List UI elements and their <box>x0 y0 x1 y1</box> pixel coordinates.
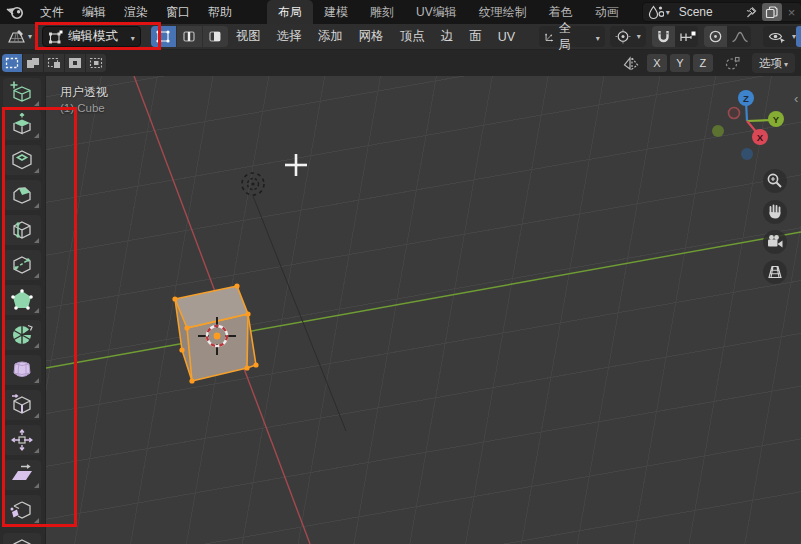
tool-poly-build[interactable] <box>3 285 41 315</box>
tab-modeling[interactable]: 建模 <box>313 0 359 24</box>
crosshair-cursor-icon <box>285 154 307 176</box>
active-object-label: (1) Cube <box>60 102 105 114</box>
menu-select[interactable]: 选择 <box>269 24 310 49</box>
menu-edge[interactable]: 边 <box>433 24 462 49</box>
menu-vertex[interactable]: 顶点 <box>392 24 433 49</box>
transform-orientation-dropdown[interactable]: 全局 <box>539 26 605 47</box>
tab-layout[interactable]: 布局 <box>267 0 313 24</box>
axis-y-line <box>46 232 801 368</box>
editor-type-icon <box>7 29 25 45</box>
select-intersect-button[interactable] <box>86 54 106 72</box>
viewport-header: 编辑模式 <box>0 24 801 50</box>
pivot-point-dropdown[interactable] <box>610 26 646 47</box>
gizmo-x-label: X <box>757 132 764 143</box>
menu-window[interactable]: 窗口 <box>157 1 199 24</box>
options-label: 选项 <box>759 56 782 71</box>
tool-bevel[interactable] <box>3 180 41 210</box>
pivot-icon <box>615 29 631 44</box>
menu-edit[interactable]: 编辑 <box>73 1 115 24</box>
menu-mesh[interactable]: 网格 <box>351 24 392 49</box>
tool-loop-cut[interactable] <box>3 215 41 245</box>
proportional-editing-group <box>704 26 751 47</box>
gizmo-neg-x-ball[interactable] <box>729 108 740 119</box>
tab-sculpting[interactable]: 雕刻 <box>359 0 405 24</box>
tool-edge-slide[interactable] <box>3 390 41 420</box>
scene-name[interactable]: Scene <box>675 5 739 19</box>
select-subtract-icon <box>47 57 61 69</box>
menu-add[interactable]: 添加 <box>310 24 351 49</box>
select-set-button[interactable] <box>2 54 22 72</box>
tab-animation[interactable]: 动画 <box>584 0 630 24</box>
chevron-down-icon <box>594 30 600 44</box>
new-scene-button[interactable] <box>762 3 782 21</box>
xray-toggle-button[interactable] <box>796 26 801 47</box>
tool-knife[interactable] <box>3 250 41 280</box>
vertex-select-mode-button[interactable] <box>151 26 176 47</box>
camera-icon[interactable] <box>763 230 787 254</box>
menu-help[interactable]: 帮助 <box>199 1 241 24</box>
snap-target-dropdown[interactable] <box>675 26 699 47</box>
chevron-down-icon <box>129 30 135 44</box>
gizmo-neg-y-ball[interactable] <box>712 125 724 137</box>
orientation-label: 全局 <box>558 20 575 54</box>
gizmo-neg-z-ball[interactable] <box>741 148 753 160</box>
snapping-group <box>652 26 699 47</box>
region-collapse-icon[interactable]: ‹ <box>794 91 798 106</box>
viewport-3d[interactable]: Z Y X ‹ <box>46 76 801 544</box>
chevron-down-icon <box>782 57 788 69</box>
face-select-mode-button[interactable] <box>203 26 228 47</box>
proportional-editing-toggle[interactable] <box>704 26 727 47</box>
viewport-side-buttons <box>763 169 787 284</box>
tool-extrude-region[interactable] <box>3 110 41 140</box>
orientation-axes-icon <box>544 30 554 44</box>
tool-smooth[interactable] <box>3 355 41 385</box>
editor-type-button[interactable] <box>4 27 35 47</box>
blender-logo-icon[interactable] <box>6 5 25 20</box>
tool-settings-right: X Y Z 选项 <box>622 53 795 73</box>
snap-toggle-button[interactable] <box>652 26 675 47</box>
edge-select-icon <box>181 29 197 44</box>
tool-shear[interactable] <box>3 460 41 490</box>
tool-rip-region[interactable] <box>3 495 41 525</box>
tool-spin[interactable] <box>3 320 41 350</box>
menu-render[interactable]: 渲染 <box>115 1 157 24</box>
falloff-curve-icon <box>731 30 749 44</box>
gizmo-dashed-circle-icon[interactable] <box>724 56 741 71</box>
select-invert-icon <box>68 57 82 69</box>
tool-inset-faces[interactable] <box>3 145 41 175</box>
light-icon[interactable] <box>242 173 346 431</box>
tab-uv-editing[interactable]: UV编辑 <box>405 0 468 24</box>
zoom-icon[interactable] <box>763 169 787 193</box>
unlink-scene-button[interactable]: × <box>785 5 799 20</box>
ortho-grid-icon[interactable] <box>763 260 787 284</box>
menu-file[interactable]: 文件 <box>31 1 73 24</box>
mode-dropdown[interactable]: 编辑模式 <box>42 26 141 47</box>
tab-texture-paint[interactable]: 纹理绘制 <box>468 0 538 24</box>
mirror-butterfly-icon[interactable] <box>622 56 640 71</box>
edge-select-mode-button[interactable] <box>177 26 202 47</box>
snap-target-icon <box>679 30 697 44</box>
select-subtract-button[interactable] <box>44 54 64 72</box>
pin-icon[interactable] <box>742 3 759 21</box>
mirror-z-button[interactable]: Z <box>693 54 713 72</box>
gizmo-y-label: Y <box>773 114 780 125</box>
select-extend-button[interactable] <box>23 54 43 72</box>
tool-shrink-fatten[interactable] <box>3 425 41 455</box>
mirror-y-button[interactable]: Y <box>670 54 690 72</box>
view-perspective-label: 用户透视 <box>60 84 108 101</box>
tool-add-cube[interactable] <box>3 78 41 108</box>
navigation-gizmo[interactable]: Z Y X <box>712 90 784 160</box>
mirror-x-button[interactable]: X <box>647 54 667 72</box>
falloff-dropdown[interactable] <box>727 26 751 47</box>
scene-browse-button[interactable] <box>646 3 672 21</box>
tool-settings-bar: X Y Z 选项 <box>0 50 801 76</box>
blender-window: 文件 编辑 渲染 窗口 帮助 布局 建模 雕刻 UV编辑 纹理绘制 着色 动画 … <box>0 0 801 544</box>
menu-face[interactable]: 面 <box>461 24 490 49</box>
options-dropdown[interactable]: 选项 <box>752 53 795 73</box>
menu-uv[interactable]: UV <box>490 26 523 48</box>
scene-selector: Scene × <box>642 2 801 22</box>
menu-view[interactable]: 视图 <box>228 24 269 49</box>
hand-icon[interactable] <box>763 200 787 224</box>
tool-rip-edge[interactable] <box>3 533 41 544</box>
select-invert-button[interactable] <box>65 54 85 72</box>
